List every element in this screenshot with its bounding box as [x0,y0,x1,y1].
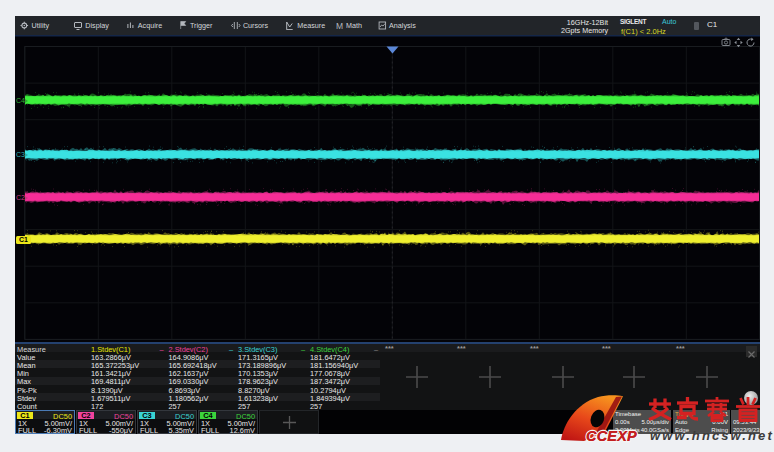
svg-text:CCEXP: CCEXP [586,428,637,444]
